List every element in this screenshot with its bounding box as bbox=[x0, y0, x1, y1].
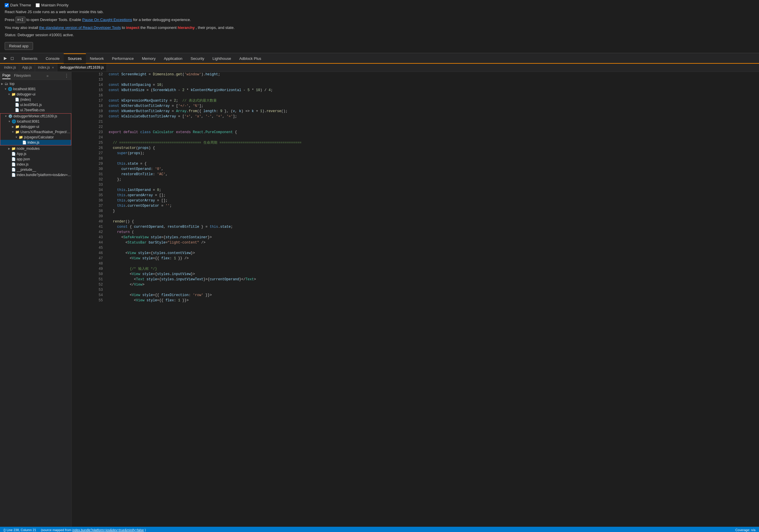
file-tab-indexjs-1[interactable]: index.js bbox=[1, 64, 19, 71]
close-tab-icon[interactable]: ✕ bbox=[52, 66, 54, 69]
tree-item-prelude[interactable]: 📄 __prelude__ bbox=[0, 167, 71, 172]
line-number: 30 bbox=[72, 167, 106, 172]
dark-theme-checkbox[interactable] bbox=[5, 3, 9, 7]
sidebar-tab-page[interactable]: Page bbox=[2, 72, 11, 79]
pause-exceptions-link[interactable]: Pause On Caught Exceptions bbox=[82, 18, 132, 22]
tree-item-debugger-ui-2[interactable]: ▶ 📁 debugger-ui bbox=[0, 124, 71, 129]
standalone-tools-link[interactable]: the standalone version of React Develope… bbox=[39, 25, 121, 30]
line-code: <View style={{ flex: 1 }}> bbox=[106, 298, 759, 303]
tree-item-debugger-ui-1[interactable]: ▼ 📁 debugger-ui bbox=[0, 92, 71, 97]
line-number: 55 bbox=[72, 298, 106, 303]
device-icon[interactable]: ◻ bbox=[9, 55, 15, 61]
props-state-text: , their props, and state. bbox=[196, 25, 235, 30]
js-file-icon: 📄 bbox=[22, 140, 26, 144]
tree-label-ui-css: ui.7beef9ab.css bbox=[20, 108, 71, 112]
code-row-40: 40 render() { bbox=[72, 219, 759, 224]
js-file-icon: 📄 bbox=[15, 103, 19, 107]
line-code bbox=[106, 245, 759, 250]
tree-label-index: (index) bbox=[20, 97, 71, 102]
tree-arrow: ▼ bbox=[7, 120, 11, 123]
tree-item-ui-js[interactable]: 📄 ui.bcd3f9d1.js bbox=[0, 102, 71, 107]
file-tab-appjs[interactable]: App.js bbox=[19, 64, 35, 71]
tab-network[interactable]: Network bbox=[86, 54, 108, 63]
line-number: 31 bbox=[72, 172, 106, 177]
tree-item-index-selected[interactable]: 📄 index.js bbox=[0, 140, 71, 145]
tree-item-node-modules[interactable]: ▶ 📁 node_modules bbox=[0, 146, 71, 151]
tab-performance[interactable]: Performance bbox=[108, 54, 138, 63]
sidebar-menu-icon[interactable]: ⋮ bbox=[64, 73, 69, 79]
tab-lighthouse[interactable]: Lighthouse bbox=[208, 54, 235, 63]
file-tab-debugger-worker[interactable]: debuggerWorker.cff11639.js bbox=[57, 64, 107, 71]
file-tree: ▶ 🗂 top ▼ 🌐 localhost:8081 ▼ 📁 bbox=[0, 80, 71, 527]
source-bundle-link[interactable]: index.bundle?platform=ios&dev=true&minif… bbox=[72, 528, 144, 532]
tab-elements[interactable]: Elements bbox=[18, 54, 41, 63]
sidebar-more-icon[interactable]: » bbox=[47, 74, 49, 78]
tree-item-users-path[interactable]: ▼ 📁 Users/X/ReactNative_Project/iOS bbox=[0, 129, 71, 134]
code-row-21: 21 bbox=[72, 119, 759, 124]
file-tab-label: index.js bbox=[4, 65, 16, 69]
code-row-34: 34 this.lastOperand = 0; bbox=[72, 187, 759, 193]
tree-arrow: ▼ bbox=[14, 136, 19, 139]
code-row-22: 22 bbox=[72, 124, 759, 130]
reload-app-button[interactable]: Reload app bbox=[5, 42, 33, 50]
folder-icon: 🗂 bbox=[4, 82, 9, 86]
tree-item-indexjs-3[interactable]: 📄 index.js bbox=[0, 162, 71, 167]
tab-adblock[interactable]: Adblock Plus bbox=[235, 54, 265, 63]
content-columns: Page Filesystem » ⋮ ▶ 🗂 top ▼ 🌐 localhos… bbox=[0, 72, 759, 527]
js-file-icon: 📄 bbox=[11, 152, 16, 156]
file-icon: 📄 bbox=[11, 173, 16, 177]
tree-label-bundle: index.bundle?platform=ios&dev=... bbox=[17, 173, 71, 177]
devtools-tabs-bar: ▶ ◻ Elements Console Sources Network Per… bbox=[0, 53, 759, 64]
folder-icon: 📁 bbox=[15, 125, 20, 129]
dark-theme-label: Dark Theme bbox=[10, 3, 31, 7]
maintain-priority-checkbox-label[interactable]: Maintain Priority bbox=[36, 3, 68, 7]
inspect-element-icon[interactable]: ▶ bbox=[2, 55, 8, 61]
line-code: }; bbox=[106, 177, 759, 182]
toolbar-icons: ▶ ◻ bbox=[2, 55, 15, 61]
file-tab-indexjs-2[interactable]: index.js ✕ bbox=[35, 64, 57, 71]
tree-item-appjs[interactable]: 📄 App.js bbox=[0, 151, 71, 157]
line-code: <Text style={styles.inputViewText}>{curr… bbox=[106, 277, 759, 282]
tab-security[interactable]: Security bbox=[186, 54, 208, 63]
checkbox-row: Dark Theme Maintain Priority bbox=[5, 3, 754, 7]
tab-console[interactable]: Console bbox=[41, 54, 64, 63]
tree-item-ui-css[interactable]: 📄 ui.7beef9ab.css bbox=[0, 107, 71, 113]
dark-theme-checkbox-label[interactable]: Dark Theme bbox=[5, 3, 31, 7]
line-number: 21 bbox=[72, 119, 106, 124]
status-source-mapped: (source mapped from index.bundle?platfor… bbox=[41, 528, 146, 532]
sidebar-tab-filesystem[interactable]: Filesystem bbox=[14, 72, 31, 79]
info-line-3: You may also install the standalone vers… bbox=[5, 25, 754, 31]
tree-item-top[interactable]: ▶ 🗂 top bbox=[0, 81, 71, 87]
install-text: You may also install bbox=[5, 25, 39, 30]
line-number: 36 bbox=[72, 198, 106, 203]
tab-memory[interactable]: Memory bbox=[138, 54, 160, 63]
line-code: render() { bbox=[106, 219, 759, 224]
code-row-30: 30 currentOperand: '0', bbox=[72, 167, 759, 172]
tree-item-appjson[interactable]: 📄 app.json bbox=[0, 157, 71, 162]
tree-item-localhost-1[interactable]: ▼ 🌐 localhost:8081 bbox=[0, 87, 71, 92]
tab-sources[interactable]: Sources bbox=[64, 54, 86, 63]
code-row-32: 32 }; bbox=[72, 177, 759, 182]
line-code: const ScreenHeight = Dimensions.get('win… bbox=[106, 72, 759, 77]
tree-item-index-1[interactable]: 📄 (index) bbox=[0, 97, 71, 102]
tree-label-prelude: __prelude__ bbox=[17, 168, 71, 172]
debugger-worker-group: ▼ ⚙️ debuggerWorker.cff11639.js ▼ 🌐 loca… bbox=[0, 113, 71, 145]
line-code: export default class Calculator extends … bbox=[106, 130, 759, 135]
line-number: 47 bbox=[72, 256, 106, 261]
status-bar: {} Line 238, Column 21 (source mapped fr… bbox=[0, 527, 759, 532]
tree-item-debugger-worker[interactable]: ▼ ⚙️ debuggerWorker.cff11639.js bbox=[0, 114, 71, 119]
tree-item-calculator-folder[interactable]: ▼ 📁 js/pages/Calculator bbox=[0, 134, 71, 140]
line-code bbox=[106, 261, 759, 266]
line-code: const kOthersButtonTitleArray = ['+/-', … bbox=[106, 103, 759, 109]
code-row-53: 53 bbox=[72, 287, 759, 292]
code-editor[interactable]: 12 const ScreenHeight = Dimensions.get('… bbox=[72, 72, 759, 527]
code-row-12: 12 const ScreenHeight = Dimensions.get('… bbox=[72, 72, 759, 77]
devtools-text: to open Developer Tools. Enable bbox=[26, 18, 82, 22]
tab-application[interactable]: Application bbox=[160, 54, 187, 63]
tree-item-bundle[interactable]: 📄 index.bundle?platform=ios&dev=... bbox=[0, 172, 71, 177]
status-line-col: {} Line 238, Column 21 bbox=[4, 528, 36, 532]
tree-item-localhost-2[interactable]: ▼ 🌐 localhost:8081 bbox=[0, 119, 71, 124]
maintain-priority-checkbox[interactable] bbox=[36, 3, 40, 7]
line-code: restoreBtnTitle: 'AC', bbox=[106, 172, 759, 177]
line-code: </View> bbox=[106, 282, 759, 287]
